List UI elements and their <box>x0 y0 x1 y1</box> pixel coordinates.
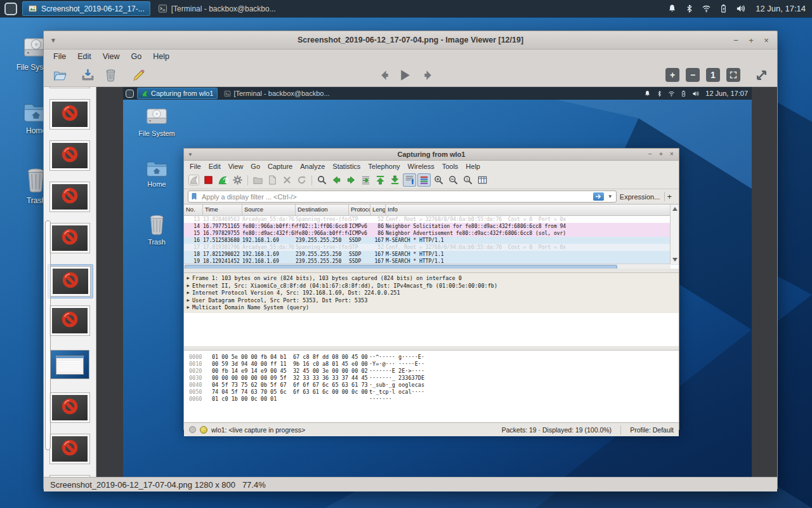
hex-row[interactable]: 001000 59 3d 94 40 00 ff 11 9b 16 c0 a8 … <box>189 361 679 368</box>
thumbnail[interactable] <box>48 223 92 253</box>
column-header-time[interactable]: Time <box>203 204 242 215</box>
detail-tree-row[interactable]: ▶Ethernet II, Src: XiaomiCo_c8:8f:dd (04… <box>184 283 679 290</box>
viewer-menu-edit[interactable]: Edit <box>72 52 97 61</box>
save-button[interactable] <box>79 67 96 83</box>
expand-arrow-icon[interactable]: ▶ <box>184 275 192 283</box>
zoom-100-button[interactable]: 1 <box>706 68 720 82</box>
sidebar-scrollbar[interactable] <box>45 220 51 450</box>
column-header-destination[interactable]: Destination <box>296 204 349 215</box>
inner-panel-menu-icon <box>126 90 134 98</box>
panel-menu-icon[interactable] <box>4 3 17 15</box>
maximize-button[interactable]: + <box>747 36 756 44</box>
zoom-out-button[interactable]: − <box>686 68 700 82</box>
column-header-source[interactable]: Source <box>242 204 296 215</box>
packet-row[interactable]: 1516.797829755fe80::d9ac:432f:680…fe80::… <box>184 230 679 237</box>
desktop-icon-trash[interactable]: Trash <box>138 213 176 246</box>
viewer-menu-file[interactable]: File <box>48 52 72 61</box>
desktop-icon-file-system[interactable]: File System <box>138 106 176 137</box>
hex-row[interactable]: 003000 00 00 00 00 00 09 5f 32 33 33 36 … <box>189 375 679 382</box>
auto-scroll-toggle <box>403 173 416 187</box>
packet-row[interactable]: 1617.512583680192.168.1.69239.255.255.25… <box>184 237 679 244</box>
slideshow-button[interactable] <box>396 67 413 83</box>
volume-icon[interactable] <box>736 4 745 13</box>
thumbnail[interactable] <box>48 140 92 171</box>
desktop-icon-home[interactable]: Home <box>138 159 176 188</box>
thumbnail[interactable] <box>48 264 93 298</box>
thumbnail[interactable] <box>48 99 92 130</box>
packet-row[interactable]: 1416.797751165fe80::966a:b0ff:fe5…ff02::… <box>184 223 679 230</box>
viewer-menu-view[interactable]: View <box>97 52 126 61</box>
hex-row[interactable]: 006001 c0 1b 00 0c 00 01······· <box>189 396 679 403</box>
wireshark-menu-telephony[interactable]: Telephony <box>364 163 403 170</box>
column-header-info[interactable]: Info <box>386 204 679 215</box>
hex-row[interactable]: 000001 00 5e 00 00 fb 04 b1 67 c8 8f dd … <box>189 354 679 361</box>
wireshark-menu-edit[interactable]: Edit <box>205 163 225 170</box>
hex-row[interactable]: 004004 5f 73 75 62 0b 5f 67 6f 6f 67 6c … <box>189 382 679 389</box>
thumbnail[interactable] <box>48 87 92 88</box>
next-image-button[interactable] <box>419 67 436 83</box>
packet-row[interactable]: 1817.821290022192.168.1.69239.255.255.25… <box>184 251 679 258</box>
minimize-button[interactable]: − <box>731 36 740 44</box>
close-button[interactable]: × <box>762 36 771 44</box>
thumbnail[interactable] <box>48 182 92 212</box>
viewer-menu-help[interactable]: Help <box>147 52 175 61</box>
wireshark-menu-wireless[interactable]: Wireless <box>404 163 438 170</box>
hex-ascii: t·_tcp·l ocal···· <box>369 389 424 396</box>
wireshark-statusbar: wlo1: <live capture in progress> Packets… <box>184 422 679 436</box>
thumbnail-screenshot[interactable] <box>48 350 92 379</box>
thumbnail[interactable] <box>48 305 92 336</box>
expand-arrow-icon[interactable]: ▶ <box>184 283 192 290</box>
wireshark-menu-file[interactable]: File <box>186 163 205 170</box>
battery-icon[interactable] <box>719 4 728 13</box>
detail-tree-row[interactable]: ▶Multicast Domain Name System (query) <box>184 304 679 312</box>
wifi-icon[interactable] <box>702 4 711 13</box>
wireshark-menu-capture[interactable]: Capture <box>264 163 296 170</box>
hex-ascii: ·_sub·_g ooglecas <box>369 382 424 389</box>
zoom-in-button[interactable]: + <box>665 68 679 82</box>
expand-arrow-icon[interactable]: ▶ <box>184 297 192 305</box>
viewer-titlebar[interactable]: ▼ Screenshot_2019-06-12_17-07-04.png - I… <box>44 31 777 50</box>
expand-arrow-icon[interactable]: ▶ <box>184 304 192 312</box>
volume-icon <box>692 90 699 97</box>
thumbnail[interactable] <box>48 475 92 477</box>
wireshark-menu-view[interactable]: View <box>225 163 247 170</box>
column-header-no[interactable]: No. <box>184 204 203 215</box>
wireshark-menu-tools[interactable]: Tools <box>438 163 462 170</box>
apply-filter-icon <box>593 192 604 201</box>
column-header-length[interactable]: Length <box>370 204 386 215</box>
hex-row[interactable]: 002000 fb 14 e9 14 e9 00 45 32 45 00 3e … <box>189 368 679 375</box>
display-filter-input: ▼ <box>188 190 617 203</box>
taskbar-button[interactable]: [Terminal - backbox@backbo... <box>153 2 281 15</box>
edit-button[interactable] <box>130 67 147 83</box>
delete-button[interactable] <box>102 67 119 83</box>
hex-row[interactable]: 005074 04 5f 74 63 70 05 6c 6f 63 61 6c … <box>189 389 679 396</box>
detail-tree-row[interactable]: ▶Frame 1: 103 bytes on wire (824 bits), … <box>184 275 679 283</box>
taskbar-button[interactable]: Capturing from wlo1 <box>137 88 218 99</box>
viewer-menu-go[interactable]: Go <box>126 52 148 61</box>
fullscreen-button[interactable] <box>753 67 769 83</box>
packet-row[interactable]: 1313.828469563Arcadyan_55:da:76Spanning-… <box>184 216 679 223</box>
zoom-fit-button[interactable]: ⛶ <box>726 68 740 82</box>
detail-tree-row[interactable]: ▶Internet Protocol Version 4, Src: 192.1… <box>184 290 679 297</box>
expand-arrow-icon[interactable]: ▶ <box>184 290 192 297</box>
wireshark-menu-go[interactable]: Go <box>247 163 264 170</box>
open-button[interactable] <box>51 67 68 83</box>
packet-row[interactable]: 1717.819381796Arcadyan_55:da:76Spanning-… <box>184 244 679 251</box>
taskbar-button[interactable]: Screenshot_2019-06-12_17-... <box>22 1 150 16</box>
detail-tree-row[interactable]: ▶User Datagram Protocol, Src Port: 5353,… <box>184 297 679 305</box>
column-header-protocol[interactable]: Protocol <box>349 204 370 215</box>
minimize-button: − <box>647 151 653 157</box>
wireshark-menu-analyze[interactable]: Analyze <box>296 163 329 170</box>
hex-bytes: 74 04 5f 74 63 70 05 6c 6f 63 61 6c 00 0… <box>212 389 369 396</box>
bluetooth-icon[interactable] <box>684 4 694 13</box>
panel-clock[interactable]: 12 Jun, 17:14 <box>756 4 806 13</box>
capture-status-text: wlo1: <live capture in progress> <box>211 426 305 434</box>
taskbar-button[interactable]: [Terminal - backbox@backbo... <box>220 88 333 98</box>
notifications-icon[interactable] <box>667 4 677 13</box>
viewer-statusbar: Screenshot_2019-06-12_17-07-04.png 1280 … <box>44 477 777 491</box>
wireshark-menu-statistics[interactable]: Statistics <box>329 163 364 170</box>
thumbnail[interactable] <box>48 392 92 423</box>
previous-image-button[interactable] <box>376 67 393 83</box>
thumbnail[interactable] <box>48 434 92 464</box>
wireshark-menu-help[interactable]: Help <box>462 163 484 170</box>
